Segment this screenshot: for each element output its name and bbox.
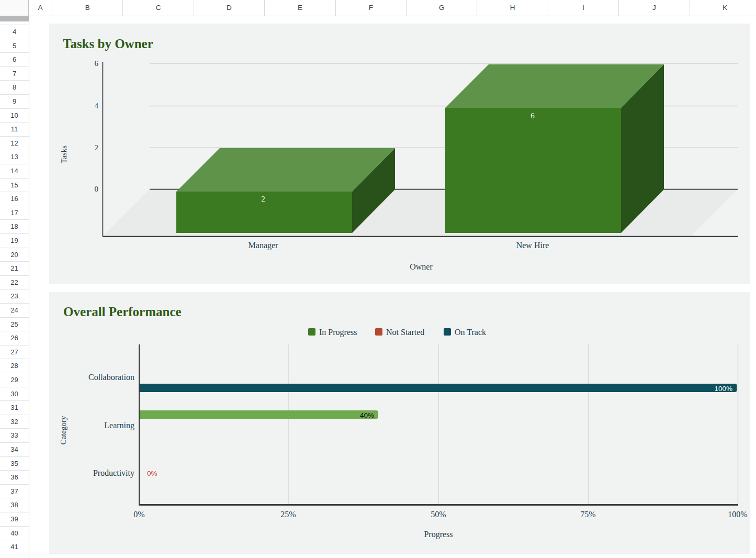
column-header-F[interactable]: F bbox=[336, 0, 407, 16]
row-header-24[interactable]: 24 bbox=[0, 304, 29, 318]
column-header-J[interactable]: J bbox=[619, 0, 690, 16]
bar-new-hire: 6 bbox=[445, 64, 664, 233]
row-header-28[interactable]: 28 bbox=[0, 359, 29, 373]
chart1-title: Tasks by Owner bbox=[63, 37, 153, 51]
row-header-3-partial[interactable] bbox=[0, 21, 29, 25]
chart2-y-axis-title: Category bbox=[59, 416, 67, 444]
row-header-32[interactable]: 32 bbox=[0, 415, 29, 429]
row-header-9[interactable]: 9 bbox=[0, 95, 29, 109]
row-header-38[interactable]: 38 bbox=[0, 498, 29, 512]
row-header-17[interactable]: 17 bbox=[0, 206, 29, 220]
bar-collaboration-value: 100% bbox=[714, 385, 732, 393]
chart2-title: Overall Performance bbox=[63, 305, 182, 319]
chart2-category-productivity: Productivity bbox=[93, 468, 134, 478]
row-header-40[interactable]: 40 bbox=[0, 527, 29, 541]
bar-learning bbox=[140, 410, 378, 419]
chart2-legend: In Progress Not Started On Track bbox=[308, 328, 486, 337]
row-header-39[interactable]: 39 bbox=[0, 512, 29, 527]
column-header-row: ABCDEFGHIJK bbox=[0, 0, 756, 16]
chart1-category-new-hire: New Hire bbox=[516, 241, 549, 250]
chart2-category-collaboration: Collaboration bbox=[88, 373, 134, 382]
row-header-26[interactable]: 26 bbox=[0, 331, 29, 345]
row-header-35[interactable]: 35 bbox=[0, 457, 29, 471]
row-header-12[interactable]: 12 bbox=[0, 137, 29, 151]
row-header-8[interactable]: 8 bbox=[0, 81, 29, 95]
xtick-25: 25% bbox=[280, 510, 296, 519]
legend-label-not-started: Not Started bbox=[386, 328, 424, 337]
bar-new-hire-front bbox=[445, 108, 621, 233]
column-header-E[interactable]: E bbox=[265, 0, 335, 16]
column-header-H[interactable]: H bbox=[477, 0, 548, 16]
chart2-x-axis-title: Progress bbox=[424, 530, 453, 539]
row-header-29[interactable]: 29 bbox=[0, 373, 29, 387]
row-header-13[interactable]: 13 bbox=[0, 150, 29, 164]
ytick-6: 6 bbox=[95, 59, 99, 68]
select-all-corner[interactable] bbox=[0, 0, 29, 16]
column-header-C[interactable]: C bbox=[123, 0, 194, 16]
row-header-10[interactable]: 10 bbox=[0, 109, 29, 123]
spreadsheet-app: 4567891011121314151617181920212223242526… bbox=[0, 0, 756, 558]
chart1-category-manager: Manager bbox=[249, 241, 279, 250]
legend-swatch-in-progress bbox=[308, 328, 315, 336]
bar-new-hire-value: 6 bbox=[531, 111, 535, 120]
bar-manager-value: 2 bbox=[261, 195, 265, 203]
ytick-0: 0 bbox=[95, 185, 99, 193]
row-header-4[interactable]: 4 bbox=[0, 25, 29, 39]
ytick-4: 4 bbox=[95, 102, 99, 110]
row-header-21[interactable]: 21 bbox=[0, 262, 29, 276]
chart2-category-labels: Collaboration Learning Productivity bbox=[88, 373, 134, 478]
bar-learning-value: 40% bbox=[360, 411, 374, 419]
xtick-50: 50% bbox=[431, 510, 446, 519]
tasks-by-owner-chart[interactable]: Tasks by Owner 6 4 2 0 Tasks bbox=[49, 24, 750, 284]
column-header-B[interactable]: B bbox=[52, 0, 123, 16]
tasks-by-owner-svg: Tasks by Owner 6 4 2 0 Tasks bbox=[49, 24, 750, 284]
legend-swatch-not-started bbox=[375, 328, 382, 336]
chart1-y-axis-title: Tasks bbox=[60, 146, 68, 163]
row-header-30[interactable]: 30 bbox=[0, 387, 29, 401]
bar-collaboration bbox=[140, 384, 737, 392]
bar-productivity-value: 0% bbox=[147, 470, 157, 477]
chart2-category-learning: Learning bbox=[104, 421, 134, 430]
row-header-31[interactable]: 31 bbox=[0, 401, 29, 415]
overall-performance-chart[interactable]: Overall Performance In Progress Not Star… bbox=[49, 292, 750, 554]
row-header-22[interactable]: 22 bbox=[0, 276, 29, 290]
frozen-rows-divider[interactable] bbox=[0, 16, 29, 21]
legend-label-on-track: On Track bbox=[455, 328, 486, 337]
chart2-gridlines bbox=[288, 344, 738, 504]
chart1-y-ticks: 6 4 2 0 bbox=[95, 59, 99, 193]
row-header-20[interactable]: 20 bbox=[0, 248, 29, 262]
xtick-75: 75% bbox=[580, 510, 595, 519]
row-header-7[interactable]: 7 bbox=[0, 67, 29, 81]
row-header-25[interactable]: 25 bbox=[0, 318, 29, 332]
legend-label-in-progress: In Progress bbox=[319, 328, 357, 337]
chart1-x-axis-title: Owner bbox=[410, 262, 433, 271]
row-header-column: 4567891011121314151617181920212223242526… bbox=[0, 0, 29, 558]
column-header-I[interactable]: I bbox=[548, 0, 619, 16]
row-header-border bbox=[29, 0, 29, 558]
row-header-41[interactable]: 41 bbox=[0, 540, 29, 554]
row-header-5[interactable]: 5 bbox=[0, 39, 29, 53]
row-header-36[interactable]: 36 bbox=[0, 471, 29, 485]
row-header-16[interactable]: 16 bbox=[0, 192, 29, 206]
row-header-15[interactable]: 15 bbox=[0, 178, 29, 193]
ytick-2: 2 bbox=[95, 143, 99, 152]
column-header-G[interactable]: G bbox=[407, 0, 477, 16]
row-header-19[interactable]: 19 bbox=[0, 234, 29, 248]
column-header-A[interactable]: A bbox=[29, 0, 52, 16]
bar-manager: 2 bbox=[176, 148, 395, 233]
row-header-14[interactable]: 14 bbox=[0, 164, 29, 178]
row-header-33[interactable]: 33 bbox=[0, 429, 29, 443]
row-header-11[interactable]: 11 bbox=[0, 122, 29, 137]
row-header-6[interactable]: 6 bbox=[0, 53, 29, 67]
xtick-0: 0% bbox=[133, 510, 144, 519]
row-header-18[interactable]: 18 bbox=[0, 220, 29, 234]
xtick-100: 100% bbox=[728, 510, 747, 519]
row-header-23[interactable]: 23 bbox=[0, 289, 29, 304]
overall-performance-svg: Overall Performance In Progress Not Star… bbox=[49, 292, 750, 554]
chart2-x-ticks: 0% 25% 50% 75% 100% bbox=[133, 510, 747, 519]
column-header-D[interactable]: D bbox=[194, 0, 265, 16]
row-header-37[interactable]: 37 bbox=[0, 485, 29, 499]
row-header-27[interactable]: 27 bbox=[0, 345, 29, 360]
column-header-K[interactable]: K bbox=[690, 0, 756, 16]
row-header-34[interactable]: 34 bbox=[0, 443, 29, 457]
